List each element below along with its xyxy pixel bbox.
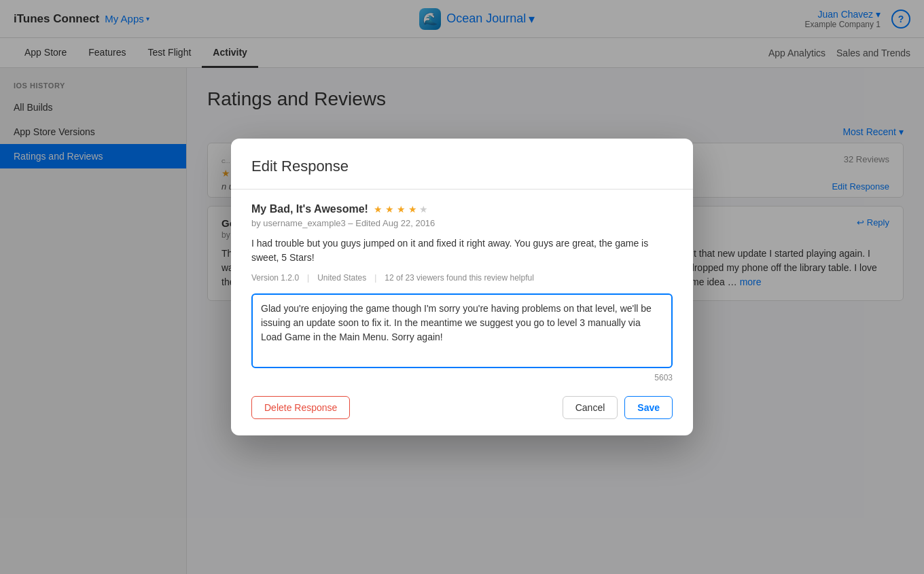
modal-overlay: Edit Response My Bad, It's Awesome! ★ ★ … (0, 0, 924, 574)
modal-review-by: by username_example3 – Edited Aug 22, 20… (251, 218, 673, 228)
modal-title: Edit Response (251, 158, 673, 175)
modal-footer: Delete Response Cancel Save (251, 396, 673, 419)
modal-review-body: I had trouble but you guys jumped on it … (251, 236, 673, 265)
response-textarea[interactable]: Glad you're enjoying the game though I'm… (251, 293, 673, 368)
char-count: 5603 (251, 373, 673, 382)
modal-review: My Bad, It's Awesome! ★ ★ ★ ★ ★ by usern… (251, 203, 673, 283)
modal-review-footer: Version 1.2.0 | United States | 12 of 23… (251, 273, 673, 283)
cancel-button[interactable]: Cancel (563, 396, 618, 419)
modal-footer-right: Cancel Save (563, 396, 673, 419)
delete-response-button[interactable]: Delete Response (251, 396, 350, 419)
save-button[interactable]: Save (624, 396, 673, 419)
modal-review-title: My Bad, It's Awesome! (251, 203, 368, 215)
edit-response-modal: Edit Response My Bad, It's Awesome! ★ ★ … (231, 139, 693, 435)
modal-review-title-row: My Bad, It's Awesome! ★ ★ ★ ★ ★ (251, 203, 428, 215)
response-textarea-wrap: Glad you're enjoying the game though I'm… (251, 293, 673, 382)
modal-divider (231, 189, 693, 190)
modal-review-stars: ★ ★ ★ ★ ★ (374, 204, 429, 215)
